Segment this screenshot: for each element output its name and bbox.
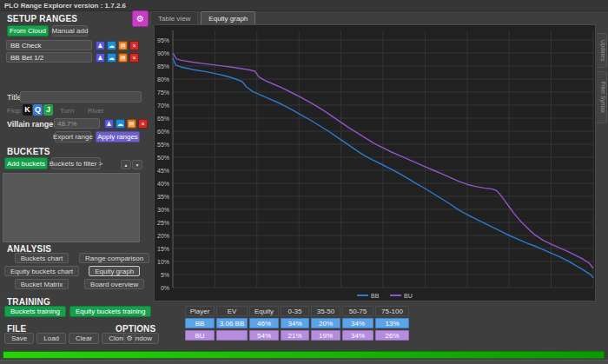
table-cell: 26% bbox=[375, 330, 409, 341]
y-axis-tick-label: 40% bbox=[157, 181, 169, 187]
villain-range-label: Villain range bbox=[7, 120, 53, 129]
y-axis-tick-label: 5% bbox=[161, 272, 169, 278]
cloud-icon: ☁ bbox=[117, 121, 123, 127]
delete-button[interactable]: × bbox=[138, 119, 148, 129]
villain-range-icons: ♟☁▤× bbox=[102, 119, 148, 129]
board-card-k[interactable]: K bbox=[23, 104, 32, 116]
range-row: BB Check♟☁▤× bbox=[6, 40, 139, 50]
save-icon: ▤ bbox=[120, 55, 126, 61]
y-axis-tick-label: 85% bbox=[157, 63, 169, 69]
y-axis-tick-label: 10% bbox=[157, 259, 169, 265]
scroll-down-button[interactable]: ▼ bbox=[132, 160, 142, 169]
rail-tab-filter-syntax[interactable]: Filter Syntax bbox=[597, 71, 607, 123]
save-button[interactable]: ▤ bbox=[127, 119, 136, 129]
cloud-button[interactable]: ☁ bbox=[107, 53, 116, 63]
equity-buckets-training-button[interactable]: Equity buckets training bbox=[69, 306, 152, 317]
cloud-button[interactable]: ☁ bbox=[107, 41, 116, 50]
range-settings-button[interactable]: ⚙ bbox=[132, 10, 149, 27]
table-cell: 46% bbox=[249, 318, 279, 328]
board-card-q[interactable]: Q bbox=[33, 104, 43, 116]
app-window: PLO Range Explorer version : 1.7.2.6 SET… bbox=[0, 0, 608, 364]
table-cell: 34% bbox=[342, 318, 373, 328]
table-header-0-35: 0-35 bbox=[281, 306, 309, 316]
from-cloud-button[interactable]: From Cloud bbox=[7, 25, 49, 36]
board-overview-button[interactable]: Board overview bbox=[84, 279, 144, 289]
save-button[interactable]: ▤ bbox=[118, 53, 128, 63]
y-axis-tick-label: 55% bbox=[157, 142, 169, 148]
save-button[interactable]: ▤ bbox=[118, 41, 128, 50]
buckets-chart-button[interactable]: Buckets chart bbox=[15, 253, 69, 263]
setup-ranges-heading: SETUP RANGES bbox=[7, 14, 77, 23]
cloud-button[interactable]: ☁ bbox=[116, 119, 125, 129]
y-axis-tick-label: 45% bbox=[157, 168, 169, 174]
chevron-up-icon: ▲ bbox=[124, 162, 129, 168]
table-player-cell-bu: BU bbox=[185, 330, 215, 341]
person-button[interactable]: ♟ bbox=[104, 119, 114, 129]
tab-equity-graph[interactable]: Equity graph bbox=[201, 11, 255, 25]
y-axis-tick-label: 50% bbox=[157, 155, 169, 161]
bucket-matrix-button[interactable]: Bucket Matrix bbox=[15, 279, 69, 289]
range-name-field[interactable]: BB Bet 1/2 bbox=[6, 52, 92, 63]
cloud-icon: ☁ bbox=[109, 55, 115, 61]
y-axis-tick-label: 75% bbox=[157, 89, 169, 96]
scroll-up-button[interactable]: ▲ bbox=[121, 160, 131, 169]
add-buckets-button[interactable]: Add buckets bbox=[4, 157, 48, 169]
clear-button[interactable]: Clear bbox=[69, 333, 99, 344]
person-icon: ♟ bbox=[106, 121, 111, 127]
title-input[interactable] bbox=[20, 91, 142, 103]
buckets-list-panel[interactable] bbox=[3, 173, 140, 242]
legend-label-bu: BU bbox=[404, 293, 413, 299]
y-axis-tick-label: 70% bbox=[157, 103, 169, 109]
board-card-j[interactable]: J bbox=[43, 104, 53, 116]
range-comparison-button[interactable]: Range comparison bbox=[79, 253, 149, 263]
progress-bar bbox=[3, 351, 605, 359]
y-axis-tick-label: 65% bbox=[157, 116, 169, 122]
export-range-button[interactable]: Export range bbox=[55, 131, 91, 142]
equity-chart-svg: 0%5%10%15%20%25%30%35%40%45%50%55%60%65%… bbox=[155, 25, 595, 301]
table-cell: 34% bbox=[342, 330, 373, 341]
villain-range-input[interactable] bbox=[54, 118, 100, 129]
equity-buckets-chart-button[interactable]: Equity buckets chart bbox=[4, 266, 79, 276]
delete-button[interactable]: × bbox=[129, 53, 139, 63]
buckets-training-button[interactable]: Buckets training bbox=[4, 306, 66, 317]
delete-icon: × bbox=[132, 43, 135, 49]
table-cell: 54% bbox=[249, 330, 279, 341]
table-cell: 34% bbox=[281, 318, 309, 328]
equity-graph-panel: 0%5%10%15%20%25%30%35%40%45%50%55%60%65%… bbox=[154, 24, 596, 301]
table-header-player: Player bbox=[185, 306, 215, 316]
table-cell bbox=[216, 330, 248, 341]
flop-label: Flop bbox=[7, 107, 21, 115]
apply-ranges-button[interactable]: Apply ranges bbox=[96, 131, 140, 142]
window-title: PLO Range Explorer version : 1.7.2.6 bbox=[0, 0, 608, 11]
y-axis-tick-label: 90% bbox=[157, 50, 169, 56]
range-list: BB Check♟☁▤×BB Bet 1/2♟☁▤× bbox=[6, 40, 139, 64]
tab-table-view[interactable]: Table view bbox=[150, 11, 198, 25]
person-button[interactable]: ♟ bbox=[96, 41, 105, 50]
save-button[interactable]: Save bbox=[4, 333, 34, 344]
range-row: BB Bet 1/2♟☁▤× bbox=[6, 52, 139, 63]
person-button[interactable]: ♟ bbox=[96, 53, 105, 63]
delete-button[interactable]: × bbox=[129, 41, 139, 50]
manual-add-button[interactable]: Manual add bbox=[52, 25, 88, 36]
river-label: River bbox=[88, 107, 104, 115]
table-cell: 21% bbox=[281, 330, 309, 341]
options-gear-button[interactable]: ⚙ bbox=[123, 333, 135, 344]
load-button[interactable]: Load bbox=[36, 333, 66, 344]
equity-graph-button[interactable]: Equity graph bbox=[89, 266, 140, 276]
training-buttons: Buckets trainingEquity buckets training bbox=[4, 306, 151, 317]
buckets-to-filter-button[interactable]: Buckets to filter > bbox=[51, 157, 101, 169]
table-header-50-75: 50-75 bbox=[342, 306, 373, 316]
table-cell: 13% bbox=[375, 318, 409, 328]
table-header-equity: Equity bbox=[249, 306, 279, 316]
file-buttons: SaveLoadClearClone window bbox=[4, 333, 159, 344]
y-axis-tick-label: 60% bbox=[157, 129, 169, 135]
view-tabs: Table viewEquity graph bbox=[150, 11, 255, 25]
y-axis-tick-label: 0% bbox=[161, 285, 169, 291]
status-strip bbox=[0, 360, 608, 364]
save-icon: ▤ bbox=[129, 121, 135, 127]
legend-label-bb: BB bbox=[371, 293, 380, 299]
range-name-field[interactable]: BB Check bbox=[6, 40, 92, 50]
rail-tab-updates[interactable]: Updates bbox=[597, 33, 607, 68]
y-axis-tick-label: 20% bbox=[157, 233, 169, 239]
analysis-buttons: Buckets chartRange comparisonEquity buck… bbox=[4, 253, 139, 289]
